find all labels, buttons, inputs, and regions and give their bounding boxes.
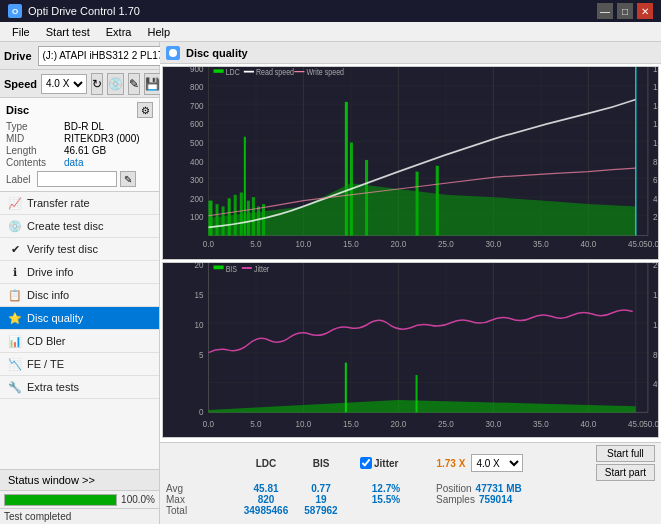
max-bis: 19 [296,494,346,505]
svg-text:6X: 6X [653,175,658,186]
col-speed-val: 1.73 X [436,458,465,469]
start-part-button[interactable]: Start part [596,464,655,481]
svg-text:35.0: 35.0 [533,239,549,250]
col-ldc-header: LDC [236,458,296,469]
svg-text:20: 20 [194,263,203,270]
disc-quality-icon [166,46,180,60]
menu-file[interactable]: File [4,25,38,39]
sidebar-item-disc-info[interactable]: 📋Disc info [0,284,159,307]
max-label: Max [166,494,236,505]
progress-text: 100.0% [121,494,155,505]
titlebar: O Opti Drive Control 1.70 — □ ✕ [0,0,661,22]
svg-text:0.0: 0.0 [203,239,214,250]
nav-icon-disc-quality: ⭐ [8,311,22,325]
svg-text:16X: 16X [653,82,658,93]
stats-total-row: Total 34985466 587962 [166,505,655,516]
progress-bar-inner [5,495,116,505]
nav-list: 📈Transfer rate💿Create test disc✔Verify t… [0,192,159,399]
disc-label-row: Label ✎ [6,171,153,187]
svg-text:900: 900 [190,67,204,74]
minimize-button[interactable]: — [597,3,613,19]
sidebar-item-create-test-disc[interactable]: 💿Create test disc [0,215,159,238]
total-bis: 587962 [296,505,346,516]
status-window-button[interactable]: Status window >> [0,469,159,490]
disc-length-row: Length 46.61 GB [6,145,153,156]
col-jitter-header: Jitter [374,458,398,469]
svg-text:BIS: BIS [226,264,237,274]
titlebar-controls: — □ ✕ [597,3,653,19]
svg-text:Write speed: Write speed [306,68,344,78]
speed-display-select[interactable]: 4.0 X [471,454,523,472]
svg-text:0.0: 0.0 [203,418,214,429]
svg-text:50.0 GB: 50.0 GB [643,418,658,429]
col-bis-header: BIS [296,458,346,469]
sidebar-item-transfer-rate[interactable]: 📈Transfer rate [0,192,159,215]
sidebar-item-cd-bler[interactable]: 📊CD Bler [0,330,159,353]
svg-text:14X: 14X [653,100,658,111]
sidebar-item-drive-info[interactable]: ℹDrive info [0,261,159,284]
position-val: 47731 MB [476,483,522,494]
svg-text:700: 700 [190,100,204,111]
main-content: Disc quality [160,42,661,524]
drive-label: Drive [4,50,32,62]
status-window-label: Status window >> [8,474,95,486]
maximize-button[interactable]: □ [617,3,633,19]
svg-text:4X: 4X [653,193,658,204]
svg-text:20%: 20% [653,263,658,270]
disc-label-button[interactable]: ✎ [120,171,136,187]
svg-text:25.0: 25.0 [438,239,454,250]
write-button[interactable]: ✎ [128,73,140,95]
svg-text:12X: 12X [653,119,658,130]
svg-text:2X: 2X [653,212,658,223]
progress-bar-outer [4,494,117,506]
svg-text:45.0: 45.0 [628,418,644,429]
disc-length-label: Length [6,145,64,156]
bottom-chart: 20 15 10 5 0 20% 16% 12% 8% 4% 0.0 5.0 1… [162,262,659,438]
svg-text:4%: 4% [653,378,658,389]
menu-help[interactable]: Help [139,25,178,39]
save-button[interactable]: 💾 [144,73,161,95]
svg-text:15.0: 15.0 [343,239,359,250]
svg-text:15: 15 [194,289,203,300]
sidebar: Drive (J:) ATAPI iHBS312 2 PL17 ⏏ Speed … [0,42,160,524]
drive-bar: Drive (J:) ATAPI iHBS312 2 PL17 ⏏ [0,42,159,70]
jitter-checkbox[interactable] [360,457,372,469]
sidebar-item-fe-te[interactable]: 📉FE / TE [0,353,159,376]
nav-icon-cd-bler: 📊 [8,334,22,348]
svg-text:20.0: 20.0 [391,239,407,250]
stats-avg-row: Avg 45.81 0.77 12.7% Position 47731 MB [166,483,655,494]
disc-settings-icon[interactable]: ⚙ [137,102,153,118]
max-ldc: 820 [236,494,296,505]
disc-button[interactable]: 💿 [107,73,124,95]
nav-label-extra-tests: Extra tests [27,381,79,393]
svg-text:30.0: 30.0 [485,418,501,429]
sidebar-item-disc-quality[interactable]: ⭐Disc quality [0,307,159,330]
start-full-button[interactable]: Start full [596,445,655,462]
disc-contents-row: Contents data [6,157,153,168]
svg-text:LDC: LDC [226,68,241,78]
svg-text:0: 0 [199,406,203,417]
svg-text:8%: 8% [653,349,658,360]
refresh-button[interactable]: ↻ [91,73,103,95]
menubar: File Start test Extra Help [0,22,661,42]
menu-start-test[interactable]: Start test [38,25,98,39]
nav-label-verify-test-disc: Verify test disc [27,243,98,255]
sidebar-item-verify-test-disc[interactable]: ✔Verify test disc [0,238,159,261]
svg-text:50.0 GB: 50.0 GB [643,239,658,250]
disc-type-value: BD-R DL [64,121,104,132]
nav-label-create-test-disc: Create test disc [27,220,103,232]
disc-label-input[interactable] [37,171,117,187]
total-label: Total [166,505,236,516]
close-button[interactable]: ✕ [637,3,653,19]
disc-section: Disc ⚙ Type BD-R DL MID RITEKDR3 (000) L… [0,98,159,192]
svg-text:10.0: 10.0 [296,418,312,429]
menu-extra[interactable]: Extra [98,25,140,39]
sidebar-item-extra-tests[interactable]: 🔧Extra tests [0,376,159,399]
svg-point-0 [169,49,177,57]
max-jitter: 15.5% [346,494,426,505]
svg-rect-68 [214,69,224,72]
speed-select[interactable]: 4.0 X [41,74,87,94]
stats-max-row: Max 820 19 15.5% Samples 759014 [166,494,655,505]
disc-quality-title: Disc quality [186,47,248,59]
speed-bar: Speed 4.0 X ↻ 💿 ✎ 💾 [0,70,159,98]
